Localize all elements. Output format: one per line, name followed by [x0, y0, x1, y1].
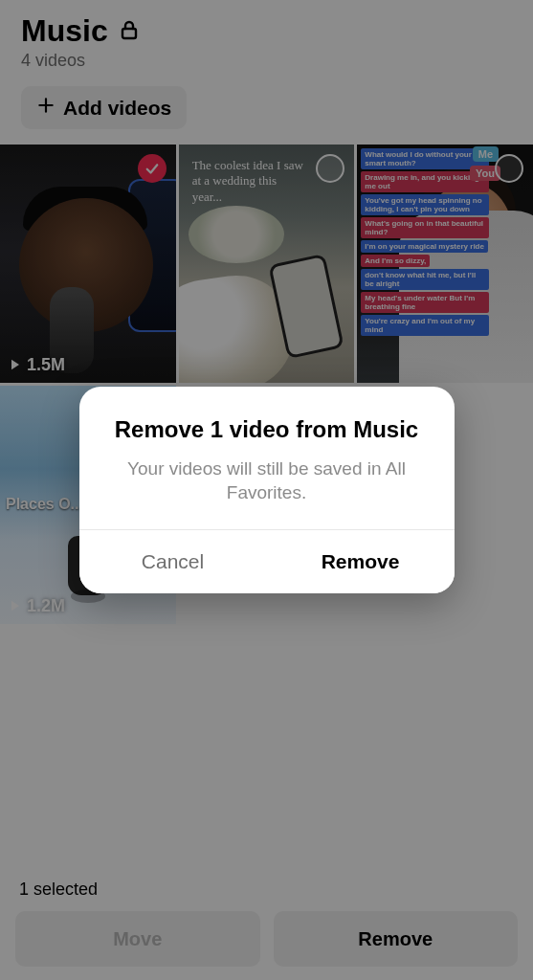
- cancel-button[interactable]: Cancel: [79, 530, 267, 593]
- confirm-dialog: Remove 1 video from Music Your videos wi…: [79, 387, 455, 593]
- modal-overlay[interactable]: Remove 1 video from Music Your videos wi…: [0, 0, 533, 980]
- screen: Music 4 videos Add videos 1.5M: [0, 0, 533, 980]
- dialog-message: Your videos will still be saved in All F…: [104, 457, 430, 504]
- dialog-title: Remove 1 video from Music: [104, 415, 430, 444]
- confirm-remove-button[interactable]: Remove: [267, 530, 455, 593]
